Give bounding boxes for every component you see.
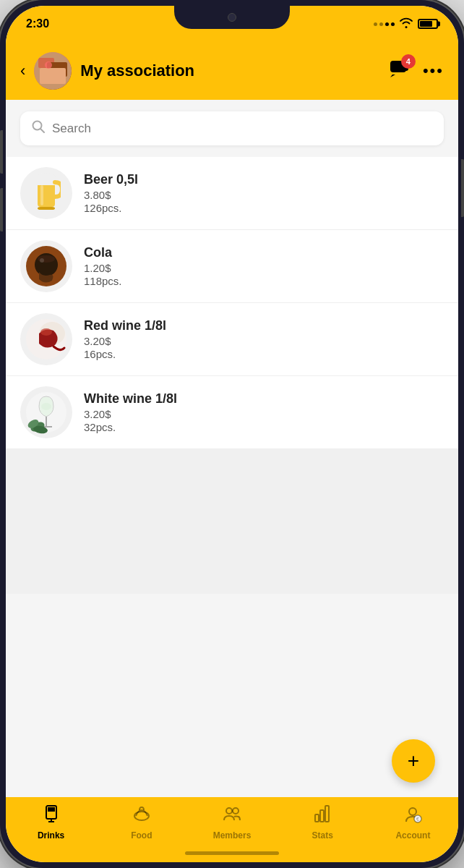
search-input[interactable] xyxy=(52,122,432,136)
phone-frame: 2:30 xyxy=(0,0,464,868)
item-info-redwine: Red wine 1/8l 3.20$ 16pcs. xyxy=(84,318,444,360)
nav-item-account[interactable]: € Account xyxy=(368,804,458,841)
item-info-cola: Cola 1.20$ 118pcs. xyxy=(84,245,444,287)
nav-item-drinks[interactable]: Drinks xyxy=(6,804,96,841)
power-button[interactable] xyxy=(461,159,464,217)
back-button[interactable]: ‹ xyxy=(20,61,25,80)
item-image-redwine xyxy=(20,313,72,365)
header-actions: 4 ••• xyxy=(390,60,444,82)
item-qty: 16pcs. xyxy=(84,348,444,360)
item-name: Red wine 1/8l xyxy=(84,318,444,333)
nav-item-stats[interactable]: Stats xyxy=(278,804,368,841)
page-title: My association xyxy=(80,61,381,80)
list-item[interactable]: White wine 1/8l 3.20$ 32pcs. xyxy=(6,376,458,449)
svg-rect-37 xyxy=(325,806,329,822)
drinks-icon xyxy=(42,804,61,827)
home-indicator xyxy=(185,851,279,855)
item-name: Beer 0,5l xyxy=(84,172,444,187)
notification-badge: 4 xyxy=(401,54,416,69)
more-button[interactable]: ••• xyxy=(423,61,444,80)
status-icons xyxy=(374,17,438,31)
search-icon xyxy=(32,120,45,137)
svg-rect-36 xyxy=(320,810,324,822)
list-item[interactable]: Red wine 1/8l 3.20$ 16pcs. xyxy=(6,303,458,376)
search-box[interactable] xyxy=(20,111,444,145)
svg-rect-13 xyxy=(40,185,43,205)
svg-rect-3 xyxy=(40,68,66,84)
stats-icon xyxy=(313,804,332,827)
item-price: 1.20$ xyxy=(84,262,444,274)
nav-label-stats: Stats xyxy=(312,830,333,841)
svg-point-17 xyxy=(40,258,44,263)
item-image-cola xyxy=(20,240,72,292)
account-icon: € xyxy=(403,804,422,827)
list-item[interactable]: Beer 0,5l 3.80$ 126pcs. xyxy=(6,157,458,230)
item-name: White wine 1/8l xyxy=(84,391,444,407)
notch xyxy=(174,6,290,29)
volume-up-button[interactable] xyxy=(0,130,3,174)
svg-rect-12 xyxy=(38,207,55,210)
item-qty: 32pcs. xyxy=(84,421,444,433)
camera xyxy=(228,13,236,22)
avatar[interactable] xyxy=(34,52,72,90)
item-info-whitewine: White wine 1/8l 3.20$ 32pcs. xyxy=(84,391,444,433)
svg-rect-11 xyxy=(38,178,55,185)
wifi-icon xyxy=(399,17,413,31)
members-icon xyxy=(223,804,241,827)
notifications-button[interactable]: 4 xyxy=(390,60,410,82)
item-price: 3.80$ xyxy=(84,189,444,201)
item-price: 3.20$ xyxy=(84,335,444,347)
battery-icon xyxy=(418,19,438,29)
nav-item-food[interactable]: Food xyxy=(96,804,186,841)
food-icon xyxy=(132,804,151,827)
item-price: 3.20$ xyxy=(84,408,444,420)
volume-down-button[interactable] xyxy=(0,188,3,231)
nav-label-account: Account xyxy=(395,830,430,841)
item-image-beer xyxy=(20,167,72,219)
item-name: Cola xyxy=(84,245,444,260)
svg-point-38 xyxy=(409,808,416,815)
time: 2:30 xyxy=(26,17,49,30)
phone-screen: 2:30 xyxy=(6,6,458,862)
list-item[interactable]: Cola 1.20$ 118pcs. xyxy=(6,230,458,303)
svg-rect-35 xyxy=(315,814,319,822)
search-container xyxy=(6,100,458,157)
item-qty: 126pcs. xyxy=(84,202,444,214)
nav-label-members: Members xyxy=(213,830,252,841)
svg-point-4 xyxy=(45,61,52,69)
nav-label-food: Food xyxy=(131,830,152,841)
svg-point-34 xyxy=(233,808,239,814)
nav-item-members[interactable]: Members xyxy=(186,804,277,841)
item-info-beer: Beer 0,5l 3.80$ 126pcs. xyxy=(84,172,444,214)
item-list: Beer 0,5l 3.80$ 126pcs. C xyxy=(6,157,458,594)
svg-text:€: € xyxy=(416,817,419,822)
header: ‹ My association xyxy=(6,42,458,100)
nav-label-drinks: Drinks xyxy=(38,830,64,841)
svg-point-33 xyxy=(226,808,232,814)
item-image-whitewine xyxy=(20,386,72,438)
svg-point-24 xyxy=(41,403,51,410)
svg-line-8 xyxy=(40,129,44,132)
add-button[interactable]: + xyxy=(392,739,435,783)
item-qty: 118pcs. xyxy=(84,275,444,287)
svg-point-20 xyxy=(40,328,52,336)
signal-icon xyxy=(374,22,395,26)
svg-rect-29 xyxy=(48,807,55,812)
empty-area xyxy=(6,449,458,594)
